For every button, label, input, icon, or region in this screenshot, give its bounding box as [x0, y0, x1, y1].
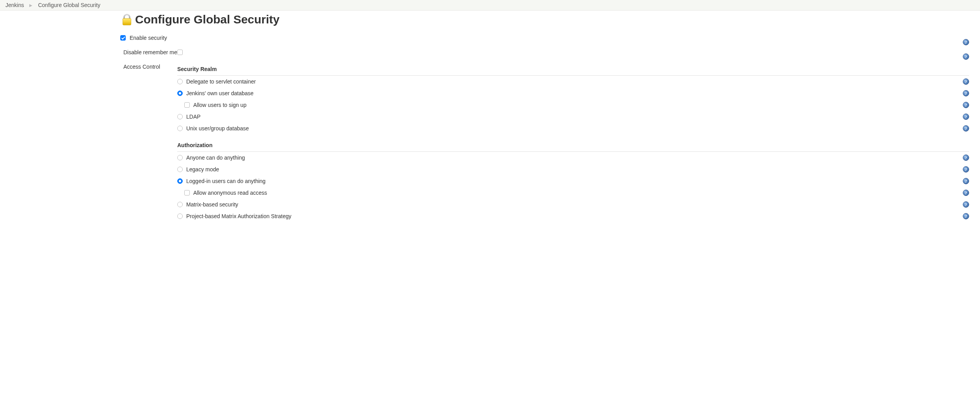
row-access-control: Access Control Security Realm Delegate t…: [120, 64, 969, 222]
auth-option-loggedin: Logged-in users can do anything ?: [177, 175, 969, 187]
realm-own-db-allow-signup-row: Allow users to sign up ?: [177, 99, 969, 111]
help-icon[interactable]: ?: [963, 166, 969, 172]
anon-read-checkbox[interactable]: [184, 190, 190, 196]
auth-option-legacy: Legacy mode ?: [177, 164, 969, 175]
page-title: Configure Global Security: [135, 13, 280, 26]
breadcrumb-separator-icon: ▶: [29, 3, 32, 7]
help-icon[interactable]: ?: [963, 125, 969, 132]
auth-legacy-label: Legacy mode: [186, 166, 219, 172]
auth-matrix-label: Matrix-based security: [186, 201, 238, 208]
help-icon[interactable]: ?: [963, 114, 969, 120]
security-realm-heading: Security Realm: [177, 64, 969, 76]
help-icon[interactable]: ?: [963, 155, 969, 161]
enable-security-label: Enable security: [130, 35, 167, 41]
breadcrumb-root-link[interactable]: Jenkins: [5, 2, 24, 8]
help-icon[interactable]: ?: [963, 190, 969, 196]
help-icon[interactable]: ?: [963, 201, 969, 208]
realm-ldap-label: LDAP: [186, 114, 201, 120]
help-icon[interactable]: ?: [963, 78, 969, 85]
auth-matrix-radio[interactable]: [177, 202, 183, 207]
breadcrumb: Jenkins ▶ Configure Global Security: [0, 0, 980, 11]
page-content: Configure Global Security Enable securit…: [109, 11, 980, 234]
disable-remember-label: Disable remember me: [120, 49, 177, 55]
realm-option-servlet: Delegate to servlet container ?: [177, 76, 969, 87]
realm-ldap-radio[interactable]: [177, 114, 183, 119]
auth-loggedin-anon-read-row: Allow anonymous read access ?: [177, 187, 969, 199]
help-icon[interactable]: ?: [963, 213, 969, 219]
realm-unix-radio[interactable]: [177, 126, 183, 131]
realm-own-db-radio[interactable]: [177, 91, 183, 96]
help-icon[interactable]: ?: [963, 102, 969, 108]
svg-text:?: ?: [965, 202, 967, 207]
realm-option-own-db: Jenkins' own user database ?: [177, 87, 969, 99]
row-enable-security: Enable security ?: [120, 35, 969, 49]
auth-legacy-radio[interactable]: [177, 167, 183, 172]
realm-option-ldap: LDAP ?: [177, 111, 969, 123]
svg-text:?: ?: [965, 103, 967, 107]
realm-servlet-label: Delegate to servlet container: [186, 78, 256, 85]
auth-project-label: Project-based Matrix Authorization Strat…: [186, 213, 291, 219]
enable-security-checkbox[interactable]: [120, 35, 126, 41]
authorization-heading: Authorization: [177, 140, 969, 152]
auth-loggedin-label: Logged-in users can do anything: [186, 178, 265, 184]
realm-unix-label: Unix user/group database: [186, 125, 249, 132]
svg-text:?: ?: [965, 91, 967, 96]
svg-text:?: ?: [965, 114, 967, 119]
realm-option-unix: Unix user/group database ?: [177, 123, 969, 134]
svg-rect-0: [123, 18, 131, 25]
help-icon[interactable]: ?: [963, 90, 969, 96]
svg-text:?: ?: [965, 167, 967, 172]
svg-text:?: ?: [965, 214, 967, 219]
svg-text:?: ?: [965, 79, 967, 84]
row-disable-remember: Disable remember me ?: [120, 49, 969, 64]
auth-anyone-label: Anyone can do anything: [186, 155, 245, 161]
help-icon[interactable]: ?: [963, 53, 969, 60]
auth-anyone-radio[interactable]: [177, 155, 183, 160]
svg-text:?: ?: [965, 54, 967, 59]
auth-option-project: Project-based Matrix Authorization Strat…: [177, 210, 969, 222]
lock-icon: [120, 13, 134, 26]
auth-option-anyone: Anyone can do anything ?: [177, 152, 969, 164]
realm-own-db-label: Jenkins' own user database: [186, 90, 253, 96]
allow-signup-checkbox[interactable]: [184, 102, 190, 108]
access-control-label: Access Control: [120, 64, 177, 70]
help-icon[interactable]: ?: [963, 39, 969, 45]
svg-text:?: ?: [965, 40, 967, 44]
svg-text:?: ?: [965, 126, 967, 131]
disable-remember-checkbox[interactable]: [177, 50, 183, 55]
svg-text:?: ?: [965, 155, 967, 160]
svg-text:?: ?: [965, 179, 967, 183]
page-title-row: Configure Global Security: [120, 13, 969, 26]
anon-read-label: Allow anonymous read access: [193, 190, 267, 196]
auth-loggedin-radio[interactable]: [177, 178, 183, 184]
breadcrumb-current-link[interactable]: Configure Global Security: [38, 2, 100, 8]
help-icon[interactable]: ?: [963, 178, 969, 184]
allow-signup-label: Allow users to sign up: [193, 102, 246, 108]
realm-servlet-radio[interactable]: [177, 79, 183, 84]
svg-text:?: ?: [965, 190, 967, 195]
auth-option-matrix: Matrix-based security ?: [177, 199, 969, 210]
auth-project-radio[interactable]: [177, 213, 183, 219]
